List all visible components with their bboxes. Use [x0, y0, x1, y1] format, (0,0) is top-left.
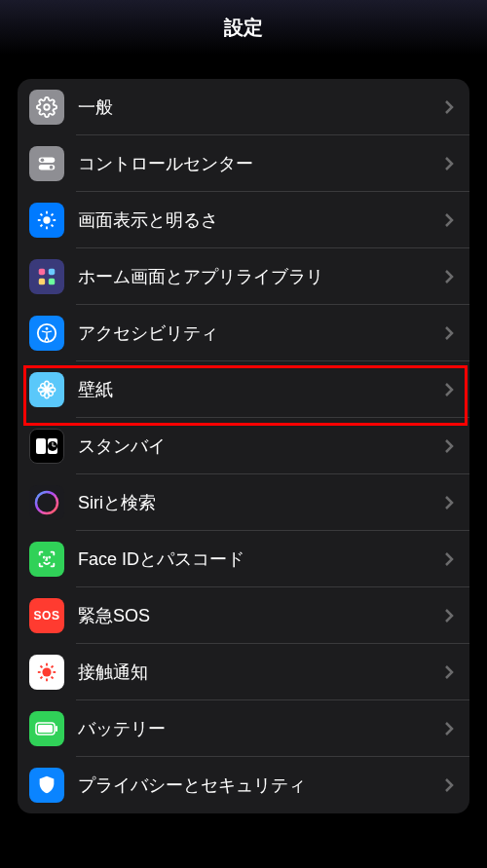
row-label: Siriと検索 — [78, 491, 444, 514]
chevron-right-icon — [444, 438, 454, 454]
row-label: プライバシーとセキュリティ — [78, 774, 444, 797]
row-label: コントロールセンター — [78, 152, 444, 175]
row-label: アクセシビリティ — [78, 321, 444, 345]
svg-line-12 — [40, 225, 42, 227]
svg-point-34 — [36, 492, 57, 513]
row-label: Face IDとパスコード — [78, 547, 444, 571]
toggles-icon — [29, 146, 64, 181]
svg-line-43 — [52, 677, 54, 679]
accessibility-icon — [29, 316, 64, 351]
chevron-right-icon — [444, 212, 454, 228]
svg-point-19 — [46, 327, 49, 330]
svg-line-42 — [40, 665, 42, 667]
svg-rect-47 — [38, 725, 53, 733]
chevron-right-icon — [444, 325, 454, 341]
chevron-right-icon — [444, 495, 454, 510]
svg-rect-15 — [49, 269, 55, 275]
svg-point-36 — [49, 557, 50, 558]
row-siri[interactable]: Siriと検索 — [18, 474, 469, 531]
row-label: 接触通知 — [78, 660, 444, 684]
row-emergency-sos[interactable]: SOS 緊急SOS — [18, 587, 469, 644]
svg-point-0 — [44, 104, 50, 110]
grid-icon — [29, 259, 64, 294]
row-label: スタンバイ — [78, 434, 444, 458]
row-control-center[interactable]: コントロールセンター — [18, 135, 469, 192]
exposure-icon — [29, 655, 64, 690]
row-label: 壁紙 — [78, 378, 444, 401]
flower-icon — [29, 372, 64, 407]
svg-rect-14 — [39, 269, 45, 275]
row-display[interactable]: 画面表示と明るさ — [18, 192, 469, 248]
row-accessibility[interactable]: アクセシビリティ — [18, 305, 469, 361]
row-standby[interactable]: スタンバイ — [18, 418, 469, 474]
gear-icon — [29, 90, 64, 125]
page-title: 設定 — [224, 15, 263, 41]
svg-point-35 — [44, 557, 45, 558]
chevron-right-icon — [444, 382, 454, 397]
svg-point-37 — [42, 667, 51, 676]
settings-list: 一般 コントロールセンター 画面表示と明るさ ホーム画面とアプリライブラリ アク… — [18, 79, 469, 813]
privacy-icon — [29, 768, 64, 803]
svg-line-10 — [40, 213, 42, 215]
chevron-right-icon — [444, 608, 454, 623]
svg-point-3 — [41, 159, 45, 163]
row-home-screen[interactable]: ホーム画面とアプリライブラリ — [18, 248, 469, 305]
chevron-right-icon — [444, 99, 454, 115]
svg-line-44 — [40, 677, 42, 679]
svg-rect-48 — [56, 726, 57, 732]
row-wallpaper[interactable]: 壁紙 — [18, 361, 469, 418]
brightness-icon — [29, 203, 64, 238]
row-label: ホーム画面とアプリライブラリ — [78, 265, 444, 288]
svg-rect-17 — [49, 279, 55, 284]
chevron-right-icon — [444, 777, 454, 793]
row-exposure[interactable]: 接触通知 — [18, 644, 469, 700]
svg-point-5 — [43, 216, 50, 223]
svg-rect-29 — [36, 438, 46, 454]
chevron-right-icon — [444, 664, 454, 680]
row-battery[interactable]: バッテリー — [18, 700, 469, 757]
standby-icon — [29, 429, 64, 464]
svg-point-4 — [50, 166, 54, 170]
battery-icon — [29, 711, 64, 746]
svg-line-13 — [52, 213, 54, 215]
svg-line-11 — [52, 225, 54, 227]
row-label: 緊急SOS — [78, 604, 444, 627]
chevron-right-icon — [444, 269, 454, 284]
siri-icon — [29, 485, 64, 520]
row-label: バッテリー — [78, 717, 444, 740]
faceid-icon — [29, 542, 64, 577]
row-label: 画面表示と明るさ — [78, 208, 444, 232]
row-general[interactable]: 一般 — [18, 79, 469, 135]
row-label: 一般 — [78, 95, 444, 119]
chevron-right-icon — [444, 551, 454, 567]
header: 設定 — [0, 0, 487, 55]
chevron-right-icon — [444, 156, 454, 171]
svg-line-45 — [52, 665, 54, 667]
row-faceid[interactable]: Face IDとパスコード — [18, 531, 469, 587]
sos-icon: SOS — [29, 598, 64, 633]
svg-rect-16 — [39, 279, 45, 284]
row-privacy[interactable]: プライバシーとセキュリティ — [18, 757, 469, 813]
chevron-right-icon — [444, 721, 454, 736]
